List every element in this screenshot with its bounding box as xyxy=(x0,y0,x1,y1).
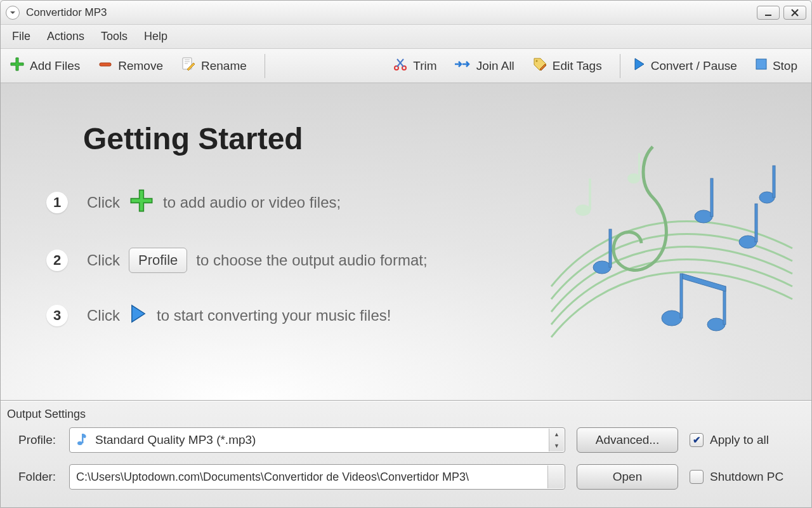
svg-rect-8 xyxy=(609,229,612,267)
play-icon xyxy=(633,57,646,74)
toolbar: Add Files Remove Rename Trim Join xyxy=(1,49,811,83)
svg-point-15 xyxy=(707,318,725,331)
step-number: 3 xyxy=(46,305,68,326)
menu-actions[interactable]: Actions xyxy=(41,26,93,47)
profile-value: Standard Quality MP3 (*.mp3) xyxy=(95,433,256,447)
rename-label: Rename xyxy=(201,59,247,73)
music-notes-artwork xyxy=(526,121,805,375)
trim-label: Trim xyxy=(413,59,436,73)
app-window: Convertidor MP3 File Actions Tools Help … xyxy=(0,0,812,508)
shutdown-pc-checkbox[interactable]: Shutdown PC xyxy=(690,470,797,484)
step-text: Click xyxy=(87,307,120,324)
scissors-icon xyxy=(393,57,408,75)
remove-label: Remove xyxy=(118,59,163,73)
shutdown-pc-label: Shutdown PC xyxy=(710,470,783,484)
play-icon xyxy=(129,304,148,328)
step-text: Click xyxy=(87,251,120,269)
profile-button-sample: Profile xyxy=(129,248,187,273)
music-note-icon xyxy=(76,432,89,449)
tag-icon xyxy=(532,57,547,75)
svg-rect-22 xyxy=(638,153,640,178)
toolbar-separator xyxy=(620,54,620,78)
svg-rect-6 xyxy=(756,59,766,69)
system-menu-icon[interactable] xyxy=(6,6,20,20)
rename-button[interactable]: Rename xyxy=(174,53,258,79)
folder-value: C:\Users\Uptodown.com\Documents\Converti… xyxy=(76,471,469,484)
svg-rect-12 xyxy=(755,204,757,242)
step-text: to choose the output audio format; xyxy=(196,251,427,269)
svg-point-9 xyxy=(695,210,712,223)
profile-row: Profile: Standard Quality MP3 (*.mp3) ▲▼… xyxy=(6,427,797,453)
stop-button[interactable]: Stop xyxy=(749,54,809,77)
svg-point-17 xyxy=(759,192,775,203)
output-settings-panel: Output Settings Profile: Standard Qualit… xyxy=(1,401,811,507)
apply-to-all-label: Apply to all xyxy=(710,433,769,447)
menu-tools[interactable]: Tools xyxy=(95,26,136,47)
svg-rect-20 xyxy=(589,178,591,210)
join-icon xyxy=(455,58,471,74)
convert-pause-button[interactable]: Convert / Pause xyxy=(627,53,749,78)
step-text: to add audio or video files; xyxy=(163,194,341,211)
window-title: Convertidor MP3 xyxy=(26,6,753,19)
stop-label: Stop xyxy=(773,59,797,73)
svg-rect-16 xyxy=(723,286,726,324)
output-settings-label: Output Settings xyxy=(6,408,797,421)
svg-rect-18 xyxy=(773,166,775,197)
profile-label: Profile: xyxy=(6,433,58,447)
menu-file[interactable]: File xyxy=(6,26,39,47)
open-button[interactable]: Open xyxy=(577,464,678,490)
edit-tags-button[interactable]: Edit Tags xyxy=(526,53,613,79)
step-number: 1 xyxy=(46,192,68,213)
svg-rect-1 xyxy=(100,63,111,66)
join-all-button[interactable]: Join All xyxy=(449,54,526,77)
advanced-button[interactable]: Advanced... xyxy=(577,427,678,453)
add-files-label: Add Files xyxy=(30,59,80,73)
join-all-label: Join All xyxy=(476,59,514,73)
apply-to-all-checkbox[interactable]: Apply to all xyxy=(690,433,797,447)
trim-button[interactable]: Trim xyxy=(386,53,448,79)
svg-rect-0 xyxy=(765,15,771,16)
checkbox-icon xyxy=(690,470,704,484)
svg-rect-10 xyxy=(710,178,713,217)
toolbar-separator xyxy=(265,54,265,78)
svg-point-13 xyxy=(662,311,682,326)
svg-rect-14 xyxy=(680,274,683,318)
plus-icon xyxy=(129,188,154,217)
checkbox-icon xyxy=(690,433,704,447)
browse-button[interactable] xyxy=(547,465,564,488)
remove-button[interactable]: Remove xyxy=(91,53,174,79)
folder-row: Folder: C:\Users\Uptodown.com\Documents\… xyxy=(6,464,797,490)
svg-point-23 xyxy=(77,441,82,445)
svg-point-19 xyxy=(575,204,591,216)
minimize-button[interactable] xyxy=(757,6,780,20)
svg-point-5 xyxy=(535,60,537,62)
svg-point-7 xyxy=(593,261,611,274)
step-number: 2 xyxy=(46,250,68,271)
svg-point-11 xyxy=(739,236,757,248)
combo-spinner[interactable]: ▲▼ xyxy=(549,429,564,451)
getting-started-panel: Getting Started 1 Click to add audio or … xyxy=(1,83,811,401)
menu-help[interactable]: Help xyxy=(138,26,176,47)
add-files-button[interactable]: Add Files xyxy=(3,53,91,79)
folder-label: Folder: xyxy=(6,470,58,484)
edit-tags-label: Edit Tags xyxy=(553,59,602,73)
menubar: File Actions Tools Help xyxy=(1,25,811,49)
titlebar: Convertidor MP3 xyxy=(1,1,811,25)
minus-icon xyxy=(98,57,113,75)
step-text: Click xyxy=(87,194,120,211)
plus-icon xyxy=(10,57,25,75)
stop-icon xyxy=(755,58,768,74)
folder-input[interactable]: C:\Users\Uptodown.com\Documents\Converti… xyxy=(69,464,565,490)
step-text: to start converting your music files! xyxy=(157,307,391,324)
close-button[interactable] xyxy=(783,6,806,20)
convert-pause-label: Convert / Pause xyxy=(651,59,737,73)
profile-combobox[interactable]: Standard Quality MP3 (*.mp3) ▲▼ xyxy=(69,427,565,453)
rename-icon xyxy=(181,57,196,75)
